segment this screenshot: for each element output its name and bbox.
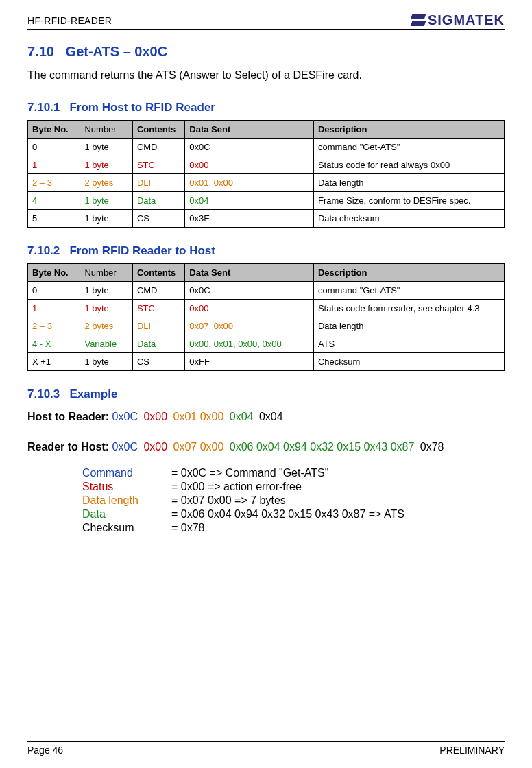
cell-sent: 0x00 <box>185 300 314 317</box>
logo-mark-icon <box>411 14 425 27</box>
cell-sent: 0x0C <box>185 139 314 156</box>
table-row: 01 byteCMD0x0Ccommand "Get-ATS" <box>28 139 505 156</box>
cell-cont: CS <box>132 210 184 228</box>
table-row: 4 - XVariableData0x00, 0x01, 0x00, 0x00A… <box>28 335 505 353</box>
section-title: Get-ATS – 0x0C <box>66 44 168 59</box>
cell-num: 1 byte <box>80 210 132 228</box>
table-header-row: Byte No. Number Contents Data Sent Descr… <box>28 264 505 282</box>
cell-desc: Checksum <box>313 353 504 371</box>
breakdown-row: Data length= 0x07 0x00 => 7 bytes <box>82 494 505 507</box>
breakdown-value: = 0x07 0x00 => 7 bytes <box>171 494 286 507</box>
byte-segment: 0x00 <box>141 411 167 422</box>
host-to-reader-label: Host to Reader: <box>27 411 109 422</box>
table-row: 01 byteCMD0x0Ccommand "Get-ATS" <box>28 282 505 300</box>
table-reader-to-host: Byte No. Number Contents Data Sent Descr… <box>27 263 505 371</box>
subsection-1-title: From Host to RFID Reader <box>69 101 215 114</box>
th-description: Description <box>313 121 504 139</box>
table-row: 11 byteSTC0x00Status code for read alway… <box>28 156 505 174</box>
table-row: 2 – 32 bytesDLI0x01, 0x00Data length <box>28 174 505 192</box>
cell-byte: 1 <box>28 300 80 317</box>
cell-desc: ATS <box>313 335 504 353</box>
reader-to-host-label: Reader to Host: <box>27 441 109 453</box>
cell-byte: 0 <box>28 282 80 300</box>
cell-num: 1 byte <box>80 353 132 371</box>
subsection-2-title: From RFID Reader to Host <box>69 244 215 257</box>
cell-cont: Data <box>132 335 184 353</box>
section-number: 7.10 <box>27 44 54 59</box>
byte-segment: 0x04 <box>256 411 283 422</box>
th-contents: Contents <box>132 264 184 282</box>
th-contents: Contents <box>132 121 184 139</box>
breakdown-label: Status <box>82 481 171 493</box>
footer-status: PRELIMINARY <box>439 745 505 756</box>
doc-id: HF-RFID-READER <box>27 15 112 26</box>
th-description: Description <box>313 264 504 282</box>
subsection-2-number: 7.10.2 <box>27 244 60 257</box>
cell-byte: 1 <box>28 156 80 174</box>
page-header: HF-RFID-READER SIGMATEK <box>27 12 505 30</box>
byte-segment: 0x0C <box>112 441 138 453</box>
subsection-1-number: 7.10.1 <box>27 101 60 114</box>
th-byte-no: Byte No. <box>28 121 80 139</box>
table-row: 11 byteSTC0x00Status code from reader, s… <box>28 300 505 317</box>
cell-num: Variable <box>80 335 132 353</box>
cell-byte: 5 <box>28 210 80 228</box>
cell-cont: STC <box>132 300 184 317</box>
byte-segment: 0x78 <box>417 441 444 453</box>
cell-desc: Frame Size, conform to DESFire spec. <box>313 192 504 210</box>
breakdown-value: = 0x0C => Command "Get-ATS" <box>171 467 328 479</box>
breakdown-value: = 0x78 <box>171 522 204 534</box>
cell-sent: 0x04 <box>185 192 314 210</box>
breakdown-label: Data <box>82 508 171 520</box>
cell-cont: CMD <box>132 139 184 156</box>
cell-num: 1 byte <box>80 282 132 300</box>
byte-segment: 0x00 <box>141 441 167 453</box>
byte-segment: 0x07 0x00 <box>170 441 223 453</box>
example-breakdown: Command= 0x0C => Command "Get-ATS"Status… <box>82 467 505 536</box>
cell-cont: CMD <box>132 282 184 300</box>
subsection-2-heading: 7.10.2 From RFID Reader to Host <box>27 244 505 258</box>
cell-desc: command "Get-ATS" <box>313 139 504 156</box>
table-row: X +11 byteCS0xFFChecksum <box>28 353 505 371</box>
breakdown-row: Command= 0x0C => Command "Get-ATS" <box>82 467 505 479</box>
breakdown-value: = 0x00 => action error-free <box>171 481 302 493</box>
cell-cont: DLI <box>132 317 184 335</box>
byte-segment: 0x06 0x04 0x94 0x32 0x15 0x43 0x87 <box>226 441 414 453</box>
table-row: 41 byteData0x04Frame Size, conform to DE… <box>28 192 505 210</box>
brand-name: SIGMATEK <box>428 12 505 28</box>
th-byte-no: Byte No. <box>28 264 80 282</box>
breakdown-row: Data= 0x06 0x04 0x94 0x32 0x15 0x43 0x87… <box>82 508 505 520</box>
cell-num: 1 byte <box>80 156 132 174</box>
cell-desc: Status code for read always 0x00 <box>313 156 504 174</box>
subsection-1-heading: 7.10.1 From Host to RFID Reader <box>27 101 505 115</box>
breakdown-row: Status= 0x00 => action error-free <box>82 481 505 493</box>
cell-cont: STC <box>132 156 184 174</box>
cell-sent: 0x3E <box>185 210 314 228</box>
breakdown-label: Command <box>82 467 171 479</box>
page-footer: Page 46 PRELIMINARY <box>27 741 505 756</box>
section-intro: The command returns the ATS (Answer to S… <box>27 69 505 82</box>
example-host-to-reader: Host to Reader: 0x0C 0x00 0x01 0x00 0x04… <box>27 411 505 423</box>
cell-sent: 0x00 <box>185 156 314 174</box>
brand-logo: SIGMATEK <box>411 12 505 28</box>
cell-num: 2 bytes <box>80 317 132 335</box>
cell-cont: DLI <box>132 174 184 192</box>
th-number: Number <box>80 121 132 139</box>
cell-desc: Status code from reader, see chapter 4.3 <box>313 300 504 317</box>
section-heading: 7.10 Get-ATS – 0x0C <box>27 44 505 60</box>
cell-sent: 0x00, 0x01, 0x00, 0x00 <box>185 335 314 353</box>
subsection-3-heading: 7.10.3 Example <box>27 387 505 401</box>
cell-byte: 2 – 3 <box>28 174 80 192</box>
cell-sent: 0x01, 0x00 <box>185 174 314 192</box>
cell-cont: CS <box>132 353 184 371</box>
th-data-sent: Data Sent <box>185 264 314 282</box>
cell-byte: 4 - X <box>28 335 80 353</box>
cell-sent: 0xFF <box>185 353 314 371</box>
example-reader-to-host: Reader to Host: 0x0C 0x00 0x07 0x00 0x06… <box>27 441 505 453</box>
page-number: Page 46 <box>27 745 63 756</box>
cell-num: 1 byte <box>80 139 132 156</box>
breakdown-label: Data length <box>82 494 171 507</box>
cell-desc: Data checksum <box>313 210 504 228</box>
table-header-row: Byte No. Number Contents Data Sent Descr… <box>28 121 505 139</box>
breakdown-label: Checksum <box>82 522 171 534</box>
